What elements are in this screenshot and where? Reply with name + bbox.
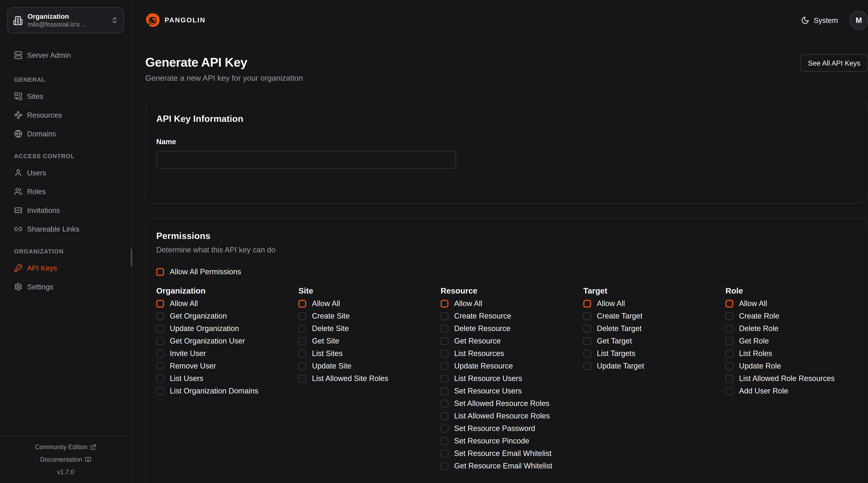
sidebar-item-invitations[interactable]: Invitations	[9, 201, 122, 220]
checkbox-resource-create-resource[interactable]	[441, 312, 448, 320]
checkbox-target-create-target[interactable]	[583, 312, 591, 320]
permission-row: Get Organization User	[156, 337, 299, 345]
permission-column-items: Allow All Create Resource Delete Resourc…	[441, 300, 583, 475]
permission-label: Set Resource Email Whitelist	[454, 450, 552, 457]
shareable-links-icon	[14, 225, 22, 233]
checkbox-resource-set-resource-password[interactable]	[441, 425, 448, 432]
checkbox-site-list-allowed-site-roles[interactable]	[299, 375, 306, 383]
name-input[interactable]	[156, 151, 456, 169]
theme-toggle-button[interactable]: System	[801, 16, 838, 24]
checkbox-organization-list-organization-domains[interactable]	[156, 387, 164, 395]
pangolin-logo[interactable]: PANGOLIN	[145, 12, 206, 28]
checkbox-site-update-site[interactable]	[299, 362, 306, 370]
sidebar-item-resources[interactable]: Resources	[9, 106, 122, 124]
allow-all-permissions-checkbox[interactable]	[156, 268, 164, 276]
checkbox-role-get-role[interactable]	[725, 337, 733, 345]
permission-row: Set Resource Users	[441, 387, 583, 395]
topbar-right: System M	[801, 11, 868, 30]
organization-switcher-value: milo@fossorial.io's ...	[28, 21, 106, 28]
permission-column-items: Allow All Create Role Delete Role Get Ro…	[725, 300, 857, 400]
sidebar-item-users[interactable]: Users	[9, 163, 122, 182]
permission-row: Invite User	[156, 350, 299, 358]
sidebar-item-sites[interactable]: Sites	[9, 87, 122, 106]
checkbox-site-list-sites[interactable]	[299, 350, 306, 358]
checkbox-site-create-site[interactable]	[299, 312, 306, 320]
sidebar-section: GENERAL Sites Resources Domains	[9, 76, 122, 143]
permission-label: Allow All	[170, 300, 198, 308]
checkbox-resource-allow-all[interactable]	[441, 300, 448, 308]
checkbox-role-update-role[interactable]	[725, 362, 733, 370]
checkbox-target-delete-target[interactable]	[583, 325, 591, 332]
permission-label: Create Resource	[454, 312, 511, 320]
checkbox-resource-set-resource-pincode[interactable]	[441, 437, 448, 445]
permission-label: List Allowed Role Resources	[739, 375, 835, 383]
checkbox-organization-update-organization[interactable]	[156, 325, 164, 332]
permission-label: Set Resource Pincode	[454, 437, 529, 445]
allow-all-permissions-label: Allow All Permissions	[170, 267, 241, 276]
checkbox-target-get-target[interactable]	[583, 337, 591, 345]
sidebar-item-api-keys[interactable]: API Keys	[9, 259, 122, 278]
checkbox-site-delete-site[interactable]	[299, 325, 306, 332]
checkbox-site-get-site[interactable]	[299, 337, 306, 345]
sidebar-item-label: Sites	[27, 92, 43, 100]
checkbox-role-delete-role[interactable]	[725, 325, 733, 332]
organization-switcher[interactable]: Organization milo@fossorial.io's ...	[7, 7, 124, 33]
sidebar-section-label: ACCESS CONTROL	[9, 153, 122, 160]
sidebar-item-shareable-links[interactable]: Shareable Links	[9, 220, 122, 238]
permission-row: Allow All	[156, 300, 299, 308]
page-title: Generate API Key	[145, 55, 303, 70]
permissions-grid: Organization Allow All Get Organization …	[156, 286, 857, 475]
checkbox-organization-get-organization[interactable]	[156, 312, 164, 320]
checkbox-role-list-roles[interactable]	[725, 350, 733, 358]
checkbox-target-list-targets[interactable]	[583, 350, 591, 358]
see-all-api-keys-button[interactable]: See All API Keys	[800, 54, 868, 72]
permission-label: Set Resource Users	[454, 387, 522, 395]
permission-label: List Resources	[454, 350, 504, 358]
permission-column-site: Site Allow All Create Site Delete Site G…	[299, 286, 441, 475]
checkbox-resource-get-resource-email-whitelist[interactable]	[441, 462, 448, 470]
permission-row: Create Resource	[441, 312, 583, 320]
sidebar-spacer	[0, 296, 131, 436]
checkbox-organization-remove-user[interactable]	[156, 362, 164, 370]
checkbox-target-update-target[interactable]	[583, 362, 591, 370]
api-key-information-title: API Key Information	[156, 114, 857, 124]
sidebar-item-roles[interactable]: Roles	[9, 182, 122, 201]
checkbox-site-allow-all[interactable]	[299, 300, 306, 308]
documentation-link[interactable]: Documentation	[40, 456, 91, 463]
allow-all-permissions-row: Allow All Permissions	[156, 267, 857, 276]
user-avatar[interactable]: M	[849, 11, 868, 30]
checkbox-resource-list-resource-users[interactable]	[441, 375, 448, 383]
sidebar-section: ORGANIZATION API Keys Settings	[9, 248, 122, 296]
checkbox-resource-update-resource[interactable]	[441, 362, 448, 370]
permission-label: List Roles	[739, 350, 772, 358]
checkbox-resource-list-resources[interactable]	[441, 350, 448, 358]
permission-label: Get Resource Email Whitelist	[454, 462, 552, 470]
permission-row: Update Target	[583, 362, 725, 370]
checkbox-organization-allow-all[interactable]	[156, 300, 164, 308]
checkbox-organization-invite-user[interactable]	[156, 350, 164, 358]
checkbox-resource-set-resource-email-whitelist[interactable]	[441, 450, 448, 457]
sidebar-item-domains[interactable]: Domains	[9, 124, 122, 143]
checkbox-resource-get-resource[interactable]	[441, 337, 448, 345]
permission-label: List Organization Domains	[170, 387, 258, 395]
checkbox-target-allow-all[interactable]	[583, 300, 591, 308]
sidebar-scrollbar-thumb[interactable]	[131, 249, 132, 266]
checkbox-organization-get-organization-user[interactable]	[156, 337, 164, 345]
permission-label: Allow All	[454, 300, 482, 308]
permission-label: List Targets	[597, 350, 636, 358]
checkbox-role-list-allowed-role-resources[interactable]	[725, 375, 733, 383]
checkbox-organization-list-users[interactable]	[156, 375, 164, 383]
checkbox-role-create-role[interactable]	[725, 312, 733, 320]
checkbox-role-allow-all[interactable]	[725, 300, 733, 308]
checkbox-role-add-user-role[interactable]	[725, 387, 733, 395]
checkbox-resource-set-allowed-resource-roles[interactable]	[441, 400, 448, 408]
sidebar-item-server-admin[interactable]: Server Admin	[9, 46, 122, 65]
permission-column-target: Target Allow All Create Target Delete Ta…	[583, 286, 725, 475]
checkbox-resource-list-allowed-resource-roles[interactable]	[441, 412, 448, 420]
community-edition-link[interactable]: Community Edition	[35, 444, 96, 451]
permission-label: Allow All	[739, 300, 767, 308]
checkbox-resource-set-resource-users[interactable]	[441, 387, 448, 395]
permission-label: Update Resource	[454, 362, 513, 370]
sidebar-item-settings[interactable]: Settings	[9, 278, 122, 296]
checkbox-resource-delete-resource[interactable]	[441, 325, 448, 332]
